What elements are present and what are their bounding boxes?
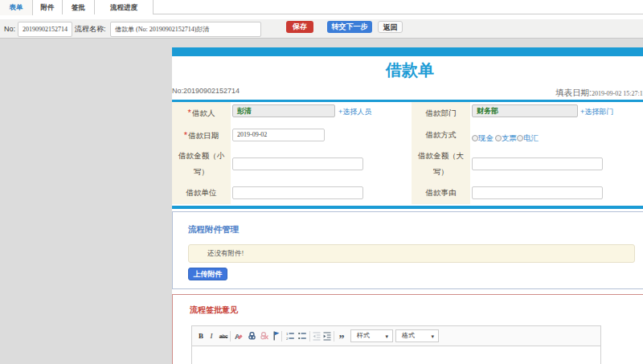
- svg-text:1: 1: [286, 332, 289, 336]
- svg-text:2: 2: [286, 337, 289, 341]
